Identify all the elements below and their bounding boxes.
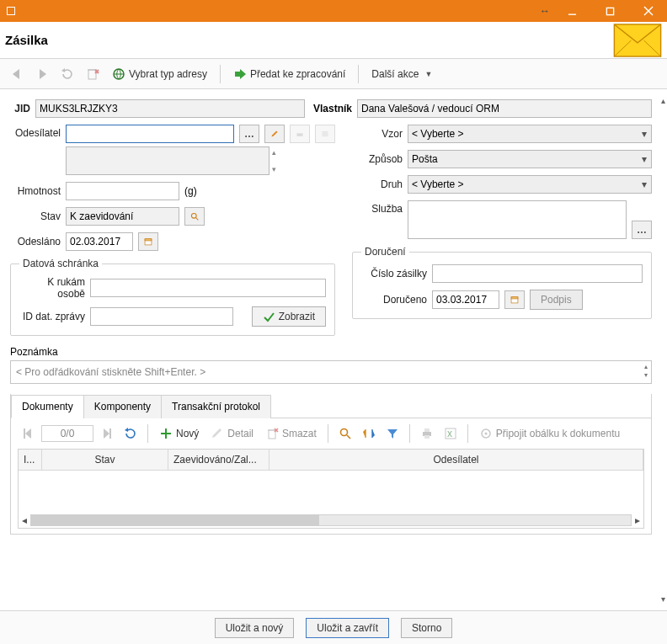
save-and-new-button[interactable]: Uložit a nový — [215, 618, 295, 638]
sender-address-textarea[interactable] — [66, 146, 269, 175]
refresh-button[interactable] — [57, 64, 77, 84]
col-sender[interactable]: Odesílatel — [269, 450, 643, 470]
delete-button[interactable] — [83, 64, 103, 84]
plus-icon — [159, 427, 173, 440]
grid-detail-button[interactable]: Detail — [206, 423, 258, 444]
scroll-right-icon[interactable]: ▸ — [635, 514, 640, 526]
note-textarea[interactable]: < Pro odřádkování stiskněte Shift+Enter.… — [10, 360, 652, 384]
sent-date-input[interactable] — [66, 232, 133, 251]
maximize-button[interactable] — [591, 0, 629, 22]
sender-edit-button[interactable] — [264, 125, 285, 143]
svg-rect-24 — [511, 297, 518, 299]
col-registered[interactable]: Zaevidováno/Zal... — [168, 450, 269, 470]
scroll-left-icon[interactable]: ◂ — [22, 514, 27, 526]
select-address-type-label: Vybrat typ adresy — [129, 68, 207, 80]
kind-select[interactable]: ▾ — [408, 175, 652, 194]
nav-forward-button[interactable] — [32, 64, 52, 84]
eraser-icon — [296, 128, 304, 140]
sender-clear-button[interactable] — [290, 125, 310, 143]
grid-new-button[interactable]: Nový — [155, 423, 203, 444]
grid-delete-button[interactable]: Smazat — [261, 423, 321, 444]
save-and-close-label: Uložit a zavřít — [317, 622, 378, 634]
scroll-up-icon[interactable]: ▴ — [661, 96, 665, 105]
delivered-date-picker-button[interactable] — [504, 290, 525, 309]
svg-line-37 — [347, 435, 350, 439]
toolbar-separator — [409, 424, 410, 443]
svg-rect-28 — [109, 428, 111, 439]
tab-komponenty[interactable]: Komponenty — [83, 395, 162, 418]
grid-search-button[interactable] — [335, 423, 355, 444]
svg-rect-45 — [424, 435, 430, 439]
template-select[interactable]: ▾ — [408, 125, 652, 143]
select-address-type-button[interactable]: Vybrat typ adresy — [108, 64, 211, 84]
more-actions-button[interactable]: Další akce ▼ — [367, 64, 436, 84]
col-status[interactable]: Stav — [42, 450, 168, 470]
grid-new-label: Nový — [176, 428, 199, 439]
note-spin-up-icon[interactable]: ▴ — [644, 363, 648, 370]
grid-print-button[interactable] — [417, 423, 437, 444]
method-select[interactable]: ▾ — [408, 150, 652, 168]
tabs-container: Dokumenty Komponenty Transakční protokol… — [10, 394, 652, 535]
grid-detail-label: Detail — [227, 428, 253, 439]
grid-last-button[interactable] — [97, 423, 117, 444]
sender-label: Odesílatel — [10, 125, 61, 139]
signature-button[interactable]: Podpis — [530, 290, 583, 310]
magnifier-icon — [190, 210, 199, 222]
tab-strip: Dokumenty Komponenty Transakční protokol — [11, 394, 651, 418]
sent-date-picker-button[interactable] — [138, 232, 158, 251]
forward-process-button[interactable]: Předat ke zpracování — [229, 64, 350, 84]
nav-back-button[interactable] — [7, 64, 27, 84]
grid-attach-envelope-button[interactable]: Připojit obálku k dokumentu — [475, 423, 624, 444]
grid-sort-button[interactable] — [359, 423, 379, 444]
tab-transakcni-protokol[interactable]: Transakční protokol — [161, 395, 271, 418]
delivered-date-input[interactable] — [432, 290, 499, 309]
chevron-down-icon: ▼ — [424, 70, 432, 78]
minimize-button[interactable] — [553, 0, 591, 22]
svg-text:x: x — [447, 428, 452, 439]
magnifier-icon — [339, 427, 352, 440]
databox-hands-input[interactable] — [90, 279, 326, 297]
svg-marker-7 — [40, 69, 46, 79]
weight-input[interactable] — [66, 182, 179, 200]
scroll-down-mini-icon[interactable]: ▾ — [272, 165, 276, 173]
databox-hands-label: K rukám osobě — [19, 276, 85, 300]
databox-show-button[interactable]: Zobrazit — [252, 306, 326, 327]
cancel-button[interactable]: Storno — [401, 618, 452, 638]
save-and-close-button[interactable]: Uložit a zavřít — [306, 618, 389, 638]
sort-icon — [362, 427, 376, 440]
close-button[interactable] — [629, 0, 667, 22]
svg-rect-22 — [145, 239, 152, 241]
grid-horiz-scrollbar[interactable]: ◂ ▸ — [19, 513, 643, 528]
method-label: Způsob — [352, 153, 403, 165]
grid-filter-button[interactable] — [382, 423, 403, 444]
sender-list-button[interactable] — [315, 125, 335, 143]
service-browse-button[interactable]: … — [632, 221, 652, 239]
status-lookup-button[interactable] — [184, 207, 205, 226]
sender-browse-button[interactable]: … — [239, 125, 259, 143]
app-icon — [0, 0, 22, 22]
svg-marker-27 — [104, 428, 109, 439]
grid-refresh-button[interactable] — [120, 423, 141, 444]
scroll-down-icon[interactable]: ▾ — [661, 594, 665, 604]
col-index[interactable]: I... — [19, 450, 42, 470]
tab-dokumenty[interactable]: Dokumenty — [11, 395, 84, 418]
shipment-no-input[interactable] — [432, 264, 643, 283]
resize-grip-icon[interactable]: ↔ — [540, 0, 550, 22]
grid-first-button[interactable] — [18, 423, 38, 444]
svg-rect-44 — [424, 428, 430, 432]
service-textarea[interactable] — [408, 200, 627, 239]
sent-label: Odesláno — [10, 236, 61, 247]
shipment-no-label: Číslo zásilky — [361, 268, 427, 279]
svg-marker-29 — [125, 428, 128, 432]
svg-marker-14 — [235, 69, 246, 79]
grid-body[interactable] — [19, 471, 643, 513]
titlebar: ↔ — [0, 0, 667, 22]
scroll-up-mini-icon[interactable]: ▴ — [272, 148, 276, 157]
pencil-icon — [211, 427, 224, 440]
sender-input[interactable] — [66, 125, 234, 143]
grid-export-excel-button[interactable]: x — [440, 423, 461, 444]
databox-id-input[interactable] — [90, 307, 233, 326]
signature-label: Podpis — [541, 294, 572, 306]
toolbar-separator — [220, 65, 221, 83]
note-spin-down-icon[interactable]: ▾ — [644, 371, 648, 379]
